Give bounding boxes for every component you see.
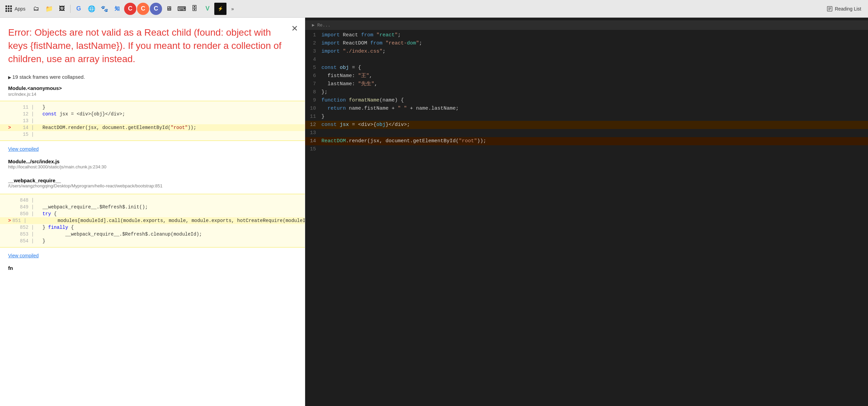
error-title: Error: Objects are not valid as a React … [8,26,293,66]
close-button[interactable]: ✕ [291,24,298,33]
line-code-11: } [321,113,868,121]
pipe-849: | [31,204,34,210]
line-num-4: 4 [305,56,321,63]
main-layout: Error: Objects are not valid as a React … [0,18,868,406]
line-code-9: function formatName(name) { [321,97,868,104]
code-line-850: 850 | try { [0,210,305,217]
pipe-851: | [24,218,26,223]
code-content-14: ReactDOM.render(jsx, document.getElement… [37,125,196,130]
code-line-848: 848 | [0,197,305,204]
linenum-13: 13 [15,118,28,124]
code-block-2: 848 | 849 | __webpack_require__.$Refresh… [0,194,305,247]
line-code-8: }; [321,89,868,96]
google-icon[interactable]: G [73,3,85,15]
translate-icon[interactable]: 🌐 [85,3,98,15]
arrow-11 [8,105,14,110]
top-bar: Apps 🗂 📁 🖼 G 🌐 🐾 知 C C C 🖥 ⌨ 🗄 V ⚡ » Rea… [0,0,868,18]
c3-icon[interactable]: C [150,3,162,15]
webpack-path: /Users/wangzhongqing/Desktop/Myprogram/h… [8,183,297,188]
editor-line-9: 9 function formatName(name) { [305,96,868,105]
c1-icon[interactable]: C [124,3,136,15]
arrow-849 [8,204,14,210]
stack-collapsed[interactable]: 19 stack frames were collapsed. [0,71,305,82]
pipe-11: | [31,105,34,110]
code-line-849: 849 | __webpack_require__.$Refresh$.init… [0,204,305,210]
code-editor: ▶ Re... 1 import React from "react"; 2 i… [305,18,868,406]
linenum-850: 850 [15,211,28,217]
line-num-11: 11 [305,113,321,121]
editor-header: ▶ Re... [305,20,868,30]
linenum-854: 854 [15,238,28,244]
arrow-12 [8,111,14,117]
line-num-15: 15 [305,146,321,153]
code-line-12: 12 | const jsx = <div>{obj}</div>; [0,111,305,117]
arrow-14: > [8,125,14,130]
code-content-11: } [37,105,45,110]
linenum-848: 848 [15,198,28,203]
code-content-849: __webpack_require__.$Refresh$.init(); [37,204,148,210]
editor-line-7: 7 lastName: "先生", [305,80,868,88]
pipe-853: | [31,232,34,237]
code-content-12: const jsx = <div>{obj}</div>; [37,111,125,117]
module-src-url: http://localhost:3000/static/js/main.chu… [8,164,297,169]
linenum-12: 12 [15,111,28,117]
file-path: src/index.js:14 [8,92,297,97]
folder2-icon[interactable]: 📁 [43,3,55,15]
error-header: Error: Objects are not valid as a React … [0,18,305,71]
folder-icon[interactable]: 🗂 [30,3,42,15]
line-num-14: 14 [305,137,321,145]
pipe-850: | [31,211,34,217]
terminal-icon[interactable]: ⚡ [214,3,226,15]
code-block-1: 11 | } 12 | const jsx = <div>{obj}</div>… [0,101,305,141]
line-code-12: const jsx = <div>{obj}</div>; [321,121,868,129]
line-num-7: 7 [305,80,321,88]
line-code-3: import "./index.css"; [321,48,868,55]
pipe-848: | [31,198,34,203]
apps-menu[interactable]: Apps [3,4,28,13]
db-icon[interactable]: 🗄 [189,3,201,15]
reading-list-button[interactable]: Reading List [823,4,865,13]
line-num-13: 13 [305,129,321,137]
line-code-6: fistName: "王", [321,72,868,80]
stack-frame-anon: Module.<anonymous> src/index.js:14 [0,82,305,98]
panel-toggle[interactable]: ▶ Re... [309,22,333,29]
line-code-10: return name.fistName + " " + name.lastNa… [321,105,868,112]
zhi-icon[interactable]: 知 [111,3,123,15]
code-line-854: 854 | } [0,238,305,244]
view-compiled-2[interactable]: View compiled [0,250,305,262]
code-icon[interactable]: ⌨ [176,3,188,15]
line-code-2: import ReactDOM from "react-dom"; [321,40,868,47]
tab-divider [70,5,71,13]
module-src-name: Module.../src/index.js [8,159,297,164]
editor-line-12: 12 const jsx = <div>{obj}</div>; [305,121,868,129]
line-num-3: 3 [305,48,321,55]
webpack-require-name: __webpack_require__ [8,178,297,183]
c2-icon[interactable]: C [137,3,149,15]
view-compiled-1[interactable]: View compiled [0,144,305,156]
linenum-851: 851 [12,218,21,223]
line-code-7: lastName: "先生", [321,80,868,88]
line-code-5: const obj = { [321,64,868,72]
arrow-850 [8,211,14,217]
line-num-9: 9 [305,97,321,104]
editor-line-14: 14 ReactDOM.render(jsx, document.getElem… [305,137,868,145]
paw-icon[interactable]: 🐾 [98,3,111,15]
line-num-6: 6 [305,72,321,80]
reading-list-icon [827,6,833,12]
code-content-853: __webpack_require__.$Refresh$.cleanup(mo… [37,232,202,237]
editor-line-2: 2 import ReactDOM from "react-dom"; [305,39,868,48]
module-src-frame: Module.../src/index.js http://localhost:… [0,156,305,172]
arrow-851: > [8,218,11,223]
fn-label: fn [8,265,297,271]
v-icon[interactable]: V [201,3,214,15]
monitor-icon[interactable]: 🖥 [163,3,175,15]
arrow-853 [8,232,14,237]
linenum-852: 852 [15,225,28,230]
line-code-1: import React from "react"; [321,32,868,39]
code-content-854: } [37,238,45,244]
func-name: Module.<anonymous> [8,85,297,91]
more-button[interactable]: » [229,5,237,13]
line-num-2: 2 [305,40,321,47]
image-icon[interactable]: 🖼 [56,3,68,15]
editor-line-10: 10 return name.fistName + " " + name.las… [305,105,868,113]
